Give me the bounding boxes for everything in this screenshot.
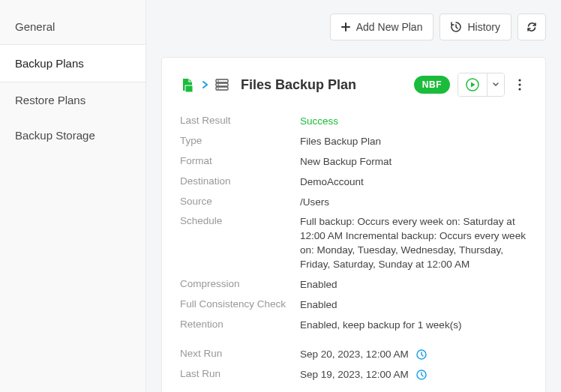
refresh-icon <box>526 22 537 32</box>
schedule-label: Schedule <box>180 215 300 272</box>
history-label: History <box>467 21 500 33</box>
sidebar: General Backup Plans Restore Plans Backu… <box>0 0 146 392</box>
sidebar-item-backup-plans[interactable]: Backup Plans <box>0 44 146 82</box>
svg-rect-0 <box>185 85 193 92</box>
type-value: Files Backup Plan <box>300 135 381 149</box>
sidebar-item-backup-storage[interactable]: Backup Storage <box>0 118 146 153</box>
history-icon <box>451 22 461 32</box>
plan-badge: NBF <box>414 76 450 94</box>
retention-label: Retention <box>180 319 300 333</box>
last-result-label: Last Result <box>180 115 300 129</box>
detail-row-type: Type Files Backup Plan <box>180 132 527 152</box>
svg-point-8 <box>518 79 520 81</box>
plus-icon <box>341 22 350 31</box>
play-icon <box>466 78 479 91</box>
detail-row-format: Format New Backup Format <box>180 152 527 172</box>
source-label: Source <box>180 196 300 210</box>
add-new-plan-button[interactable]: Add New Plan <box>330 13 434 40</box>
compression-value: Enabled <box>300 278 338 292</box>
plan-card-header: Files Backup Plan NBF <box>180 73 527 97</box>
add-new-plan-label: Add New Plan <box>356 21 423 33</box>
detail-row-destination: Destination DemoAccount <box>180 172 527 193</box>
format-label: Format <box>180 155 300 169</box>
detail-row-consistency: Full Consistency Check Enabled <box>180 295 527 316</box>
consistency-label: Full Consistency Check <box>180 298 300 313</box>
svg-point-10 <box>518 88 520 90</box>
detail-row-next-run: Next Run Sep 20, 2023, 12:00 AM <box>180 345 527 365</box>
more-vertical-icon <box>518 79 521 91</box>
caret-down-icon <box>493 82 499 87</box>
detail-row-last-result: Last Result Success <box>180 112 527 132</box>
type-label: Type <box>180 135 300 149</box>
format-value: New Backup Format <box>300 155 392 169</box>
plan-card: Files Backup Plan NBF <box>161 57 546 392</box>
destination-label: Destination <box>180 175 300 190</box>
play-button-group <box>458 73 505 97</box>
detail-row-source: Source /Users <box>180 193 527 213</box>
source-value: /Users <box>300 196 329 210</box>
play-button[interactable] <box>458 73 487 96</box>
next-run-label: Next Run <box>180 348 300 362</box>
detail-row-schedule: Schedule Full backup: Occurs every week … <box>180 212 527 275</box>
next-run-text: Sep 20, 2023, 12:00 AM <box>300 349 409 360</box>
file-icon <box>180 77 195 92</box>
plan-title: Files Backup Plan <box>241 77 406 93</box>
server-icon <box>215 78 229 91</box>
svg-point-5 <box>218 84 219 85</box>
detail-row-last-run: Last Run Sep 19, 2023, 12:00 AM <box>180 365 527 385</box>
detail-row-retention: Retention Enabled, keep backup for 1 wee… <box>180 316 527 336</box>
refresh-button[interactable] <box>518 13 546 40</box>
info-icon[interactable] <box>416 370 427 380</box>
history-button[interactable]: History <box>440 13 512 40</box>
toolbar: Add New Plan History <box>161 13 546 40</box>
detail-row-compression: Compression Enabled <box>180 275 527 295</box>
last-run-label: Last Run <box>180 368 300 382</box>
next-run-value: Sep 20, 2023, 12:00 AM <box>300 348 427 362</box>
destination-value: DemoAccount <box>300 175 364 190</box>
svg-point-9 <box>518 83 520 85</box>
info-icon[interactable] <box>416 349 427 360</box>
play-dropdown-button[interactable] <box>487 73 504 96</box>
svg-point-4 <box>218 80 219 82</box>
retention-value: Enabled, keep backup for 1 week(s) <box>300 319 461 333</box>
more-button[interactable] <box>512 74 527 95</box>
arrow-icon <box>202 81 208 88</box>
consistency-value: Enabled <box>300 298 338 313</box>
sidebar-item-restore-plans[interactable]: Restore Plans <box>0 82 146 118</box>
divider <box>180 336 527 345</box>
compression-label: Compression <box>180 278 300 292</box>
schedule-value: Full backup: Occurs every week on: Satur… <box>300 215 527 272</box>
last-result-value: Success <box>300 115 338 129</box>
last-run-text: Sep 19, 2023, 12:00 AM <box>300 369 409 380</box>
main-content: Add New Plan History Files Backup Pl <box>146 0 561 392</box>
svg-point-6 <box>218 88 219 89</box>
sidebar-item-general[interactable]: General <box>0 9 146 44</box>
last-run-value: Sep 19, 2023, 12:00 AM <box>300 368 427 382</box>
